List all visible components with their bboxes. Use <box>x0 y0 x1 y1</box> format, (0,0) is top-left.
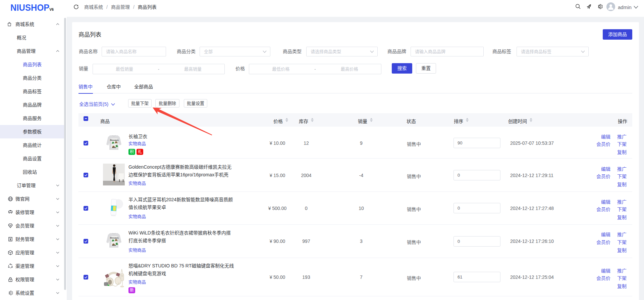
svg-text:Dinosaurs: Dinosaurs <box>110 139 118 141</box>
svg-text:Dinosaurs: Dinosaurs <box>110 237 118 239</box>
